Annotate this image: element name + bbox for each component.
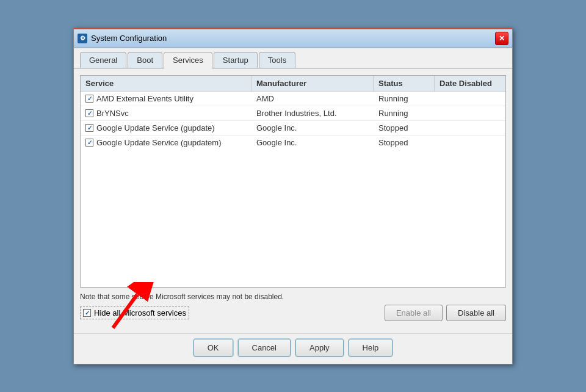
- row2-status: Running: [374, 106, 435, 120]
- tab-boot[interactable]: Boot: [128, 52, 162, 68]
- bottom-row: Hide all Microsoft services Enable all D…: [80, 305, 506, 321]
- table-row: BrYNSvc Brother Industries, Ltd. Running: [81, 106, 505, 121]
- row4-manufacturer: Google Inc.: [251, 136, 374, 150]
- ok-button[interactable]: OK: [194, 339, 233, 357]
- col-service: Service: [81, 76, 251, 91]
- row2-date: [435, 111, 505, 115]
- tab-general[interactable]: General: [80, 52, 126, 68]
- tab-services[interactable]: Services: [164, 52, 212, 69]
- disable-all-button[interactable]: Disable all: [446, 305, 506, 321]
- content-area: Service Manufacturer Status Date Disable…: [74, 69, 512, 333]
- row3-date: [435, 125, 505, 130]
- row3-checkbox[interactable]: [85, 124, 93, 132]
- row1-manufacturer: AMD: [251, 92, 374, 106]
- enable-all-button[interactable]: Enable all: [385, 305, 443, 321]
- row2-service: BrYNSvc: [81, 106, 251, 120]
- row4-date: [435, 140, 505, 145]
- row1-status: Running: [374, 92, 435, 106]
- row4-service: Google Update Service (gupdatem): [81, 136, 251, 150]
- row1-checkbox[interactable]: [85, 95, 93, 103]
- row1-service: AMD External Events Utility: [81, 92, 251, 106]
- window-title: System Configuration: [91, 34, 167, 43]
- cancel-button[interactable]: Cancel: [238, 339, 291, 357]
- row3-status: Stopped: [374, 121, 435, 135]
- table-row: Google Update Service (gupdatem) Google …: [81, 136, 505, 150]
- table-row: AMD External Events Utility AMD Running: [81, 92, 505, 106]
- table-row: Google Update Service (gupdate) Google I…: [81, 121, 505, 136]
- row2-manufacturer: Brother Industries, Ltd.: [251, 106, 374, 120]
- note-text: Note that some secure Microsoft services…: [80, 292, 506, 301]
- row2-checkbox[interactable]: [85, 109, 93, 117]
- dialog-buttons: OK Cancel Apply Help: [74, 333, 512, 364]
- row3-manufacturer: Google Inc.: [251, 121, 374, 135]
- tab-startup[interactable]: Startup: [214, 52, 258, 68]
- col-date-disabled: Date Disabled: [435, 76, 505, 91]
- title-bar: ⚙ System Configuration ✕: [74, 29, 512, 48]
- table-body: AMD External Events Utility AMD Running …: [81, 92, 505, 287]
- apply-button[interactable]: Apply: [295, 339, 344, 357]
- row4-checkbox[interactable]: [85, 139, 93, 147]
- hide-microsoft-services-checkbox[interactable]: Hide all Microsoft services: [80, 307, 189, 319]
- col-manufacturer: Manufacturer: [251, 76, 374, 91]
- services-table: Service Manufacturer Status Date Disable…: [80, 75, 506, 288]
- row3-service: Google Update Service (gupdate): [81, 121, 251, 135]
- title-bar-left: ⚙ System Configuration: [78, 34, 167, 43]
- close-button[interactable]: ✕: [495, 32, 508, 45]
- hide-ms-checkbox-box[interactable]: [83, 309, 91, 317]
- system-configuration-window: ⚙ System Configuration ✕ General Boot Se…: [73, 28, 513, 365]
- help-button[interactable]: Help: [349, 339, 393, 357]
- enable-disable-buttons: Enable all Disable all: [385, 305, 506, 321]
- window-icon: ⚙: [78, 34, 87, 43]
- hide-ms-label: Hide all Microsoft services: [94, 308, 186, 318]
- table-header: Service Manufacturer Status Date Disable…: [81, 76, 505, 92]
- col-status: Status: [374, 76, 435, 91]
- row4-status: Stopped: [374, 136, 435, 150]
- row1-date: [435, 96, 505, 101]
- tab-tools[interactable]: Tools: [259, 52, 295, 68]
- tab-bar: General Boot Services Startup Tools: [74, 48, 512, 69]
